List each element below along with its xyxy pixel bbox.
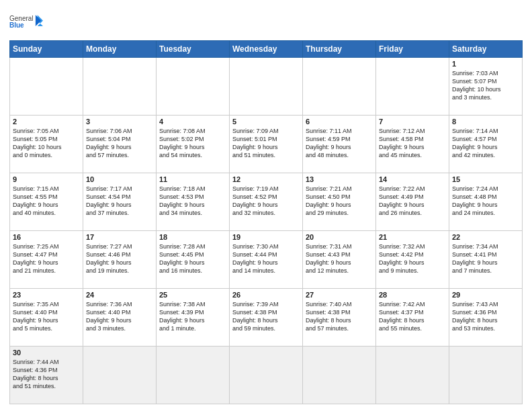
day-number: 26 bbox=[232, 291, 300, 299]
day-number: 6 bbox=[306, 118, 373, 126]
day-cell: 14Sunrise: 7:22 AM Sunset: 4:49 PM Dayli… bbox=[376, 173, 449, 231]
day-cell: 7Sunrise: 7:12 AM Sunset: 4:58 PM Daylig… bbox=[376, 116, 449, 173]
day-info: Sunrise: 7:24 AM Sunset: 4:48 PM Dayligh… bbox=[452, 185, 519, 218]
day-number: 2 bbox=[13, 118, 80, 126]
day-number: 23 bbox=[13, 291, 80, 299]
weekday-header-tuesday: Tuesday bbox=[157, 41, 230, 58]
day-cell: 18Sunrise: 7:28 AM Sunset: 4:45 PM Dayli… bbox=[157, 231, 230, 289]
day-info: Sunrise: 7:38 AM Sunset: 4:39 PM Dayligh… bbox=[159, 300, 226, 333]
day-cell bbox=[376, 347, 449, 404]
day-number: 8 bbox=[452, 118, 519, 126]
day-info: Sunrise: 7:17 AM Sunset: 4:54 PM Dayligh… bbox=[86, 185, 153, 218]
weekday-header-wednesday: Wednesday bbox=[230, 41, 303, 58]
day-number: 14 bbox=[379, 175, 446, 183]
day-cell: 23Sunrise: 7:35 AM Sunset: 4:40 PM Dayli… bbox=[10, 289, 83, 347]
day-number: 7 bbox=[379, 118, 446, 126]
day-cell bbox=[303, 347, 376, 404]
weekday-row: SundayMondayTuesdayWednesdayThursdayFrid… bbox=[10, 41, 523, 58]
day-info: Sunrise: 7:42 AM Sunset: 4:37 PM Dayligh… bbox=[379, 300, 446, 333]
day-cell: 19Sunrise: 7:30 AM Sunset: 4:44 PM Dayli… bbox=[230, 231, 303, 289]
day-number: 10 bbox=[86, 175, 153, 183]
day-info: Sunrise: 7:39 AM Sunset: 4:38 PM Dayligh… bbox=[232, 300, 300, 333]
day-number: 21 bbox=[379, 233, 446, 241]
calendar-header: SundayMondayTuesdayWednesdayThursdayFrid… bbox=[10, 41, 523, 58]
day-number: 30 bbox=[13, 349, 80, 357]
day-info: Sunrise: 7:44 AM Sunset: 4:36 PM Dayligh… bbox=[13, 358, 80, 391]
day-number: 19 bbox=[232, 233, 300, 241]
day-number: 20 bbox=[306, 233, 373, 241]
day-cell bbox=[303, 58, 376, 116]
day-number: 27 bbox=[306, 291, 373, 299]
day-number: 12 bbox=[232, 175, 300, 183]
week-row-0: 1Sunrise: 7:03 AM Sunset: 5:07 PM Daylig… bbox=[10, 58, 523, 116]
day-info: Sunrise: 7:09 AM Sunset: 5:01 PM Dayligh… bbox=[232, 127, 300, 160]
day-cell: 9Sunrise: 7:15 AM Sunset: 4:55 PM Daylig… bbox=[10, 173, 83, 231]
day-cell bbox=[157, 58, 230, 116]
day-cell bbox=[230, 58, 303, 116]
day-cell bbox=[10, 58, 83, 116]
day-number: 3 bbox=[86, 118, 153, 126]
day-cell: 22Sunrise: 7:34 AM Sunset: 4:41 PM Dayli… bbox=[449, 231, 523, 289]
day-info: Sunrise: 7:30 AM Sunset: 4:44 PM Dayligh… bbox=[232, 242, 300, 275]
day-cell: 25Sunrise: 7:38 AM Sunset: 4:39 PM Dayli… bbox=[157, 289, 230, 347]
week-row-2: 9Sunrise: 7:15 AM Sunset: 4:55 PM Daylig… bbox=[10, 173, 523, 231]
day-cell: 21Sunrise: 7:32 AM Sunset: 4:42 PM Dayli… bbox=[376, 231, 449, 289]
day-cell: 4Sunrise: 7:08 AM Sunset: 5:02 PM Daylig… bbox=[157, 116, 230, 173]
day-info: Sunrise: 7:28 AM Sunset: 4:45 PM Dayligh… bbox=[159, 242, 226, 275]
day-info: Sunrise: 7:43 AM Sunset: 4:36 PM Dayligh… bbox=[452, 300, 519, 333]
day-number: 9 bbox=[13, 175, 80, 183]
day-info: Sunrise: 7:19 AM Sunset: 4:52 PM Dayligh… bbox=[232, 185, 300, 218]
day-info: Sunrise: 7:31 AM Sunset: 4:43 PM Dayligh… bbox=[306, 242, 373, 275]
day-cell: 16Sunrise: 7:25 AM Sunset: 4:47 PM Dayli… bbox=[10, 231, 83, 289]
day-cell: 12Sunrise: 7:19 AM Sunset: 4:52 PM Dayli… bbox=[230, 173, 303, 231]
day-number: 11 bbox=[159, 175, 226, 183]
day-number: 17 bbox=[86, 233, 153, 241]
day-cell: 2Sunrise: 7:05 AM Sunset: 5:05 PM Daylig… bbox=[10, 116, 83, 173]
day-info: Sunrise: 7:12 AM Sunset: 4:58 PM Dayligh… bbox=[379, 127, 446, 160]
day-cell: 17Sunrise: 7:27 AM Sunset: 4:46 PM Dayli… bbox=[83, 231, 157, 289]
weekday-header-saturday: Saturday bbox=[449, 41, 523, 58]
day-cell: 10Sunrise: 7:17 AM Sunset: 4:54 PM Dayli… bbox=[83, 173, 157, 231]
day-cell: 20Sunrise: 7:31 AM Sunset: 4:43 PM Dayli… bbox=[303, 231, 376, 289]
calendar-body: 1Sunrise: 7:03 AM Sunset: 5:07 PM Daylig… bbox=[10, 58, 523, 404]
day-info: Sunrise: 7:40 AM Sunset: 4:38 PM Dayligh… bbox=[306, 300, 373, 333]
day-info: Sunrise: 7:35 AM Sunset: 4:40 PM Dayligh… bbox=[13, 300, 80, 333]
day-cell: 30Sunrise: 7:44 AM Sunset: 4:36 PM Dayli… bbox=[10, 347, 83, 404]
day-cell: 15Sunrise: 7:24 AM Sunset: 4:48 PM Dayli… bbox=[449, 173, 523, 231]
day-info: Sunrise: 7:21 AM Sunset: 4:50 PM Dayligh… bbox=[306, 185, 373, 218]
day-info: Sunrise: 7:14 AM Sunset: 4:57 PM Dayligh… bbox=[452, 127, 519, 160]
day-info: Sunrise: 7:22 AM Sunset: 4:49 PM Dayligh… bbox=[379, 185, 446, 218]
weekday-header-thursday: Thursday bbox=[303, 41, 376, 58]
day-number: 5 bbox=[232, 118, 300, 126]
generalblue-logo-icon: General Blue bbox=[9, 9, 43, 36]
weekday-header-sunday: Sunday bbox=[10, 41, 83, 58]
day-cell: 1Sunrise: 7:03 AM Sunset: 5:07 PM Daylig… bbox=[449, 58, 523, 116]
day-cell: 3Sunrise: 7:06 AM Sunset: 5:04 PM Daylig… bbox=[83, 116, 157, 173]
day-cell: 26Sunrise: 7:39 AM Sunset: 4:38 PM Dayli… bbox=[230, 289, 303, 347]
day-number: 4 bbox=[159, 118, 226, 126]
weekday-header-monday: Monday bbox=[83, 41, 157, 58]
logo: General Blue bbox=[9, 9, 43, 36]
day-cell bbox=[449, 347, 523, 404]
day-number: 24 bbox=[86, 291, 153, 299]
day-cell bbox=[157, 347, 230, 404]
day-cell bbox=[376, 58, 449, 116]
svg-text:General: General bbox=[9, 15, 34, 22]
day-info: Sunrise: 7:32 AM Sunset: 4:42 PM Dayligh… bbox=[379, 242, 446, 275]
week-row-3: 16Sunrise: 7:25 AM Sunset: 4:47 PM Dayli… bbox=[10, 231, 523, 289]
weekday-header-friday: Friday bbox=[376, 41, 449, 58]
header: General Blue bbox=[9, 7, 523, 36]
day-info: Sunrise: 7:27 AM Sunset: 4:46 PM Dayligh… bbox=[86, 242, 153, 275]
day-number: 16 bbox=[13, 233, 80, 241]
page: General Blue SundayMondayTuesdayWednesda… bbox=[0, 0, 532, 411]
day-cell bbox=[230, 347, 303, 404]
day-info: Sunrise: 7:03 AM Sunset: 5:07 PM Dayligh… bbox=[452, 69, 519, 102]
day-cell: 29Sunrise: 7:43 AM Sunset: 4:36 PM Dayli… bbox=[449, 289, 523, 347]
day-cell: 11Sunrise: 7:18 AM Sunset: 4:53 PM Dayli… bbox=[157, 173, 230, 231]
day-info: Sunrise: 7:08 AM Sunset: 5:02 PM Dayligh… bbox=[159, 127, 226, 160]
day-cell: 27Sunrise: 7:40 AM Sunset: 4:38 PM Dayli… bbox=[303, 289, 376, 347]
day-info: Sunrise: 7:36 AM Sunset: 4:40 PM Dayligh… bbox=[86, 300, 153, 333]
svg-text:Blue: Blue bbox=[9, 21, 24, 29]
day-number: 1 bbox=[452, 60, 519, 68]
day-number: 18 bbox=[159, 233, 226, 241]
